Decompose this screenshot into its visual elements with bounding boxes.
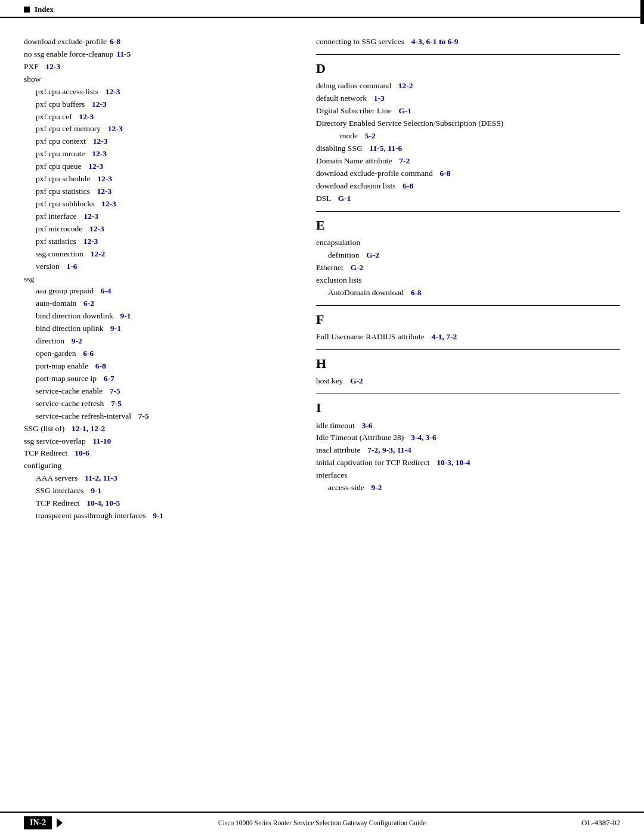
list-item: port-map source ip 6-7 (24, 373, 292, 385)
list-item: pxf cpu queue 12-3 (24, 160, 292, 173)
list-item: idle timeout 3-6 (316, 420, 620, 432)
list-item: pxf microcode 12-3 (24, 223, 292, 236)
list-item: disabling SSG 11-5, 11-6 (316, 143, 620, 155)
section-header-e: E (316, 218, 620, 233)
list-item: pxf cpu buffers 12-3 (24, 98, 292, 111)
list-item: version 1-6 (24, 261, 292, 273)
list-item: download exclusion lists 6-8 (316, 180, 620, 193)
list-item: no ssg enable force-cleanup 11-5 (24, 48, 292, 61)
list-item: transparent passthrough interfaces 9-1 (24, 510, 292, 522)
list-item: direction 9-2 (24, 335, 292, 348)
list-item: Full Username RADIUS attribute 4-1, 7-2 (316, 331, 620, 343)
main-content: download exclude-profile 6-8 no ssg enab… (0, 18, 644, 812)
list-item: auto-domain 6-2 (24, 298, 292, 310)
list-item: interfaces (316, 469, 620, 482)
list-item: ssg connection 12-2 (24, 248, 292, 261)
section-divider-h (316, 349, 620, 350)
section-divider-i (316, 394, 620, 394)
list-item: AAA servers 11-2, 11-3 (24, 472, 292, 485)
list-item: Digital Subscriber Line G-1 (316, 105, 620, 117)
list-item: pxf cpu subblocks 12-3 (24, 198, 292, 210)
list-item: pxf cpu cef 12-3 (24, 111, 292, 123)
list-item: download exclude-profile command 6-8 (316, 168, 620, 180)
section-header-h: H (316, 356, 620, 371)
list-item: bind direction downlink 9-1 (24, 310, 292, 323)
list-item: debug radius command 12-2 (316, 80, 620, 92)
list-item: host key G-2 (316, 375, 620, 388)
list-item: Ethernet G-2 (316, 262, 620, 274)
list-item: initial captivation for TCP Redirect 10-… (316, 457, 620, 469)
list-item: configuring (24, 460, 292, 472)
footer-left: IN-2 (24, 816, 63, 829)
list-item: pxf cpu context 12-3 (24, 135, 292, 148)
right-column: connecting to SSG services 4-3, 6-1 to 6… (310, 36, 620, 800)
list-item: TCP Redirect 10-6 (24, 447, 292, 460)
footer: IN-2 Cisco 10000 Series Router Service S… (0, 812, 644, 833)
left-column: download exclude-profile 6-8 no ssg enab… (24, 36, 310, 800)
footer-badge: IN-2 (24, 816, 52, 829)
list-item: bind direction uplink 9-1 (24, 323, 292, 335)
header-title: Index (35, 5, 54, 14)
list-item: encapsulation (316, 237, 620, 249)
list-item: default network 1-3 (316, 92, 620, 105)
list-item: TCP Redirect 10-4, 10-5 (24, 497, 292, 510)
list-item: SSG (list of) 12-1, 12-2 (24, 423, 292, 435)
list-item: definition G-2 (316, 249, 620, 262)
list-item: Domain Name attribute 7-2 (316, 155, 620, 168)
list-item: inacl attribute 7-2, 9-3, 11-4 (316, 444, 620, 457)
list-item: pxf statistics 12-3 (24, 236, 292, 248)
section-divider-d (316, 54, 620, 55)
footer-triangle-icon (57, 818, 63, 828)
footer-center-text: Cisco 10000 Series Router Service Select… (63, 819, 581, 826)
list-item: Idle Timeout (Attribute 28) 3-4, 3-6 (316, 432, 620, 444)
list-item: pxf cpu schedule 12-3 (24, 173, 292, 185)
list-item: pxf cpu cef memory 12-3 (24, 123, 292, 135)
list-item: download exclude-profile 6-8 (24, 36, 292, 48)
list-item: Directory Enabled Service Selection/Subs… (316, 117, 620, 143)
list-item: service-cache refresh-interval 7-5 (24, 410, 292, 423)
list-item: connecting to SSG services 4-3, 6-1 to 6… (316, 36, 620, 48)
list-item: SSG interfaces 9-1 (24, 485, 292, 497)
list-item: ssg service-overlap 11-10 (24, 435, 292, 448)
list-item: exclusion lists (316, 274, 620, 287)
list-item: pxf cpu mroute 12-3 (24, 148, 292, 160)
footer-right-text: OL-4387-02 (581, 818, 620, 828)
header-square (24, 7, 30, 13)
list-item: AutoDomain download 6-8 (316, 287, 620, 299)
list-item: DSL G-1 (316, 193, 620, 205)
list-item: pxf cpu statistics 12-3 (24, 185, 292, 198)
list-item: open-garden 6-6 (24, 348, 292, 360)
list-item: service-cache enable 7-5 (24, 385, 292, 398)
list-item: pxf cpu access-lists 12-3 (24, 86, 292, 98)
section-divider-e (316, 211, 620, 212)
section-header-f: F (316, 312, 620, 327)
list-item: PXF 12-3 (24, 61, 292, 73)
list-item: show (24, 73, 292, 86)
section-divider-f (316, 305, 620, 306)
list-item: ssg (24, 273, 292, 286)
header-bar: Index (0, 0, 644, 18)
list-item: aaa group prepaid 6-4 (24, 285, 292, 298)
list-item: port-map enable 6-8 (24, 360, 292, 373)
list-item: access-side 9-2 (316, 482, 620, 494)
list-item: service-cache refresh 7-5 (24, 398, 292, 410)
section-header-d: D (316, 61, 620, 76)
list-item: pxf interface 12-3 (24, 210, 292, 223)
section-header-i: I (316, 400, 620, 416)
